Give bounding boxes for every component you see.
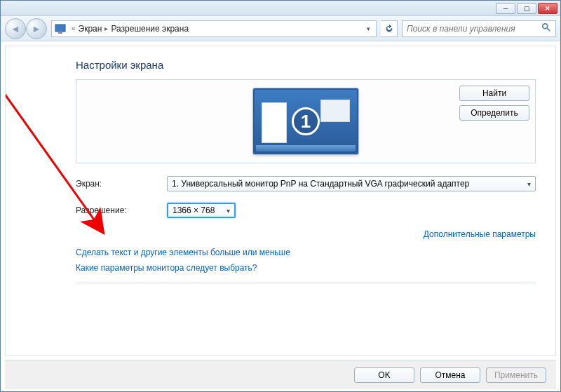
refresh-button[interactable] — [381, 20, 398, 37]
display-label: Экран: — [76, 179, 167, 189]
monitor-preview[interactable]: 1 — [253, 88, 358, 154]
back-button[interactable]: ◄ — [5, 18, 26, 39]
divider — [76, 283, 536, 283]
maximize-button[interactable]: ▢ — [517, 3, 536, 14]
monitor-number-badge: 1 — [292, 107, 320, 135]
preview-side-buttons: Найти Определить — [459, 86, 529, 121]
breadcrumb-resolution[interactable]: Разрешение экрана — [111, 24, 189, 34]
which-settings-link[interactable]: Какие параметры монитора следует выбрать… — [76, 263, 536, 273]
refresh-icon — [384, 24, 394, 34]
resolution-label: Разрешение: — [76, 205, 167, 215]
address-dropdown-icon[interactable]: ▾ — [364, 25, 373, 32]
search-input[interactable] — [407, 24, 541, 34]
svg-line-3 — [547, 28, 550, 31]
display-value: 1. Универсальный монитор PnP на Стандарт… — [172, 179, 469, 189]
forward-button[interactable]: ► — [26, 18, 47, 39]
text-size-link[interactable]: Сделать текст и другие элементы больше и… — [76, 248, 536, 257]
titlebar: ─ ▢ ✕ — [1, 1, 560, 16]
settings-window: ─ ▢ ✕ ◄ ► « Экран ▸ Разрешение экрана ▾ — [0, 0, 561, 392]
svg-point-2 — [543, 24, 548, 29]
search-box[interactable] — [402, 20, 556, 37]
breadcrumb-chevron-icon: « — [72, 25, 76, 32]
detect-button[interactable]: Определить — [459, 105, 529, 121]
resolution-value: 1366 × 768 — [173, 205, 215, 215]
close-button[interactable]: ✕ — [538, 3, 557, 14]
svg-rect-0 — [55, 25, 65, 32]
resolution-combo[interactable]: 1366 × 768 — [167, 203, 236, 218]
page-title: Настройки экрана — [76, 59, 536, 71]
minimize-button[interactable]: ─ — [496, 3, 515, 14]
content-area: Настройки экрана 1 Найти Определить Экра… — [5, 46, 556, 356]
display-combo[interactable]: 1. Универсальный монитор PnP на Стандарт… — [167, 176, 536, 191]
monitor-taskbar — [256, 144, 356, 151]
ok-button[interactable]: OK — [354, 367, 414, 383]
svg-rect-1 — [58, 32, 62, 34]
breadcrumb-chevron-icon: ▸ — [104, 25, 108, 32]
action-bar: OK Отмена Применить — [5, 360, 556, 389]
breadcrumb-display[interactable]: Экран — [79, 24, 102, 34]
nav-arrows: ◄ ► — [5, 18, 47, 39]
display-row: Экран: 1. Универсальный монитор PnP на С… — [76, 176, 536, 191]
address-bar[interactable]: « Экран ▸ Разрешение экрана ▾ — [51, 20, 377, 37]
control-panel-icon — [55, 23, 66, 34]
cancel-button[interactable]: Отмена — [420, 367, 480, 383]
find-button[interactable]: Найти — [459, 86, 529, 101]
help-links: Сделать текст и другие элементы больше и… — [76, 248, 536, 273]
apply-button: Применить — [486, 367, 546, 383]
display-preview-panel: 1 Найти Определить — [76, 79, 536, 163]
search-icon[interactable] — [541, 22, 551, 34]
navbar: ◄ ► « Экран ▸ Разрешение экрана ▾ — [1, 16, 560, 41]
resolution-row: Разрешение: 1366 × 768 — [76, 203, 536, 218]
advanced-settings-link[interactable]: Дополнительные параметры — [76, 229, 536, 239]
